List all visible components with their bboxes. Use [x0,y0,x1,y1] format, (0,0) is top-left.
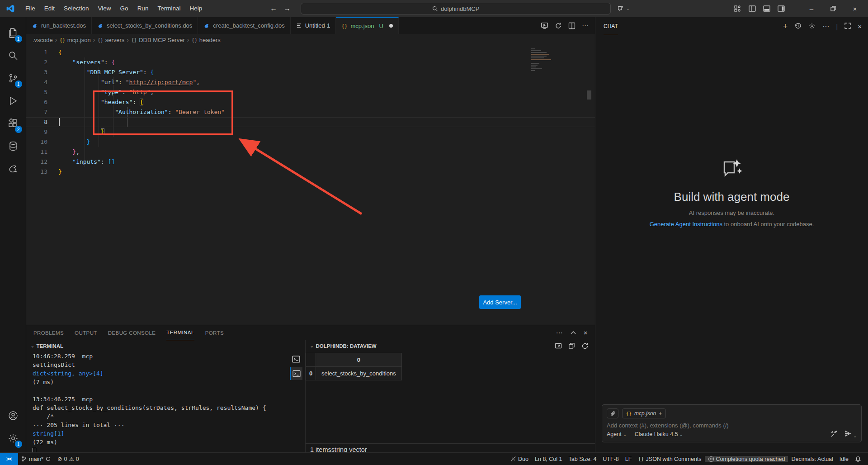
copy-restore-icon[interactable] [568,342,575,349]
panel-tab-output[interactable]: OUTPUT [75,326,97,340]
code-line-3[interactable]: 3 "DDB MCP Server": { [26,67,595,77]
panel-tab-ports[interactable]: PORTS [205,326,224,340]
breadcrumb-servers[interactable]: {}servers [97,37,124,43]
search-view-icon[interactable] [2,44,24,67]
toggle-primary-sidebar-icon[interactable] [749,5,756,12]
dolphindb-icon[interactable] [2,157,24,180]
more-actions-icon[interactable]: ⋯ [582,22,589,30]
customize-layout-icon[interactable] [734,5,741,12]
generate-agent-instructions-link[interactable]: Generate Agent Instructions [650,221,722,228]
explorer-icon[interactable]: 1 [2,22,24,44]
chat-more-icon[interactable]: ⋯ [822,22,829,30]
tab-size-item[interactable]: Tab Size: 4 [566,456,600,462]
sync-restart-icon[interactable] [555,22,562,29]
duo-item[interactable]: Duo [507,456,532,462]
dataview-col-header[interactable]: 0 [316,353,402,367]
panel-tab-problems[interactable]: PROBLEMS [33,326,64,340]
tab-run-backtest[interactable]: run_backtest.dos [26,17,92,34]
open-in-window-icon[interactable] [555,342,562,350]
tab-mcp-json[interactable]: {} mcp.json U [336,17,399,34]
menu-file[interactable]: File [21,0,40,17]
terminal-instance-icon-selected[interactable] [290,367,302,380]
copilot-quota-item[interactable]: Completions quota reached [705,456,788,462]
notifications-bell-icon[interactable] [852,456,864,462]
breadcrumb-mcp-json[interactable]: {}mcp.json [59,37,90,43]
toggle-secondary-sidebar-icon[interactable] [778,5,785,12]
refresh-icon[interactable] [581,342,589,350]
database-icon[interactable] [2,135,24,157]
terminal-instance-icon[interactable] [290,353,302,365]
modified-dot-icon[interactable] [389,24,393,28]
source-control-icon[interactable]: 1 [2,67,24,90]
remote-indicator[interactable]: >< [0,453,18,465]
minimize-button[interactable]: – [805,0,818,17]
chevron-down-icon[interactable]: ⌄ [310,344,314,348]
menu-terminal[interactable]: Terminal [153,0,185,17]
command-center-search[interactable]: dolphindbMCP [301,3,611,14]
encoding-item[interactable]: UTF-8 [599,456,622,462]
breadcrumb-ddb-mcp-server[interactable]: {}DDB MCP Server [131,37,185,43]
menu-view[interactable]: View [94,0,116,17]
menu-run[interactable]: Run [133,0,153,17]
extensions-icon[interactable]: 2 [2,112,24,135]
code-line-4[interactable]: 4 "url": "http://ip:port/mcp", [26,77,595,87]
nav-back-icon[interactable]: ← [270,5,277,13]
attach-context-button[interactable] [607,408,618,418]
menu-selection[interactable]: Selection [59,0,94,17]
code-line-1[interactable]: 1{ [26,47,595,57]
idle-item[interactable]: Idle [836,456,852,462]
code-line-12[interactable]: 12 "inputs": [] [26,157,595,167]
terminal-pane[interactable]: ⌄ TERMINAL 10:46:28.259 mcpsettingsDictd… [26,340,306,455]
tab-untitled-1[interactable]: Untitled-1 [291,17,336,34]
add-context-plus[interactable]: + [659,410,662,417]
tab-create-backtest-config[interactable]: create_backtest_config.dos [198,17,290,34]
close-button[interactable]: × [848,0,862,17]
eol-item[interactable]: LF [622,456,635,462]
menu-help[interactable]: Help [185,0,207,17]
chat-settings-gear-icon[interactable] [808,22,816,31]
new-chat-icon[interactable]: + [783,22,788,31]
cursor-position-item[interactable]: Ln 8, Col 1 [532,456,565,462]
table-row[interactable]: 0 select_stocks_by_conditions [306,367,402,380]
open-preview-icon[interactable] [541,22,548,29]
toggle-panel-icon[interactable] [763,5,770,12]
menu-go[interactable]: Go [116,0,133,17]
tab-select-stocks[interactable]: select_stocks_by_conditions.dos [92,17,198,34]
panel-tab-terminal[interactable]: TERMINAL [166,325,194,340]
dataview-table[interactable]: 0 0 select_stocks_by_conditions [306,353,402,380]
chat-input-box[interactable]: {} mcp.json + Add context (#), extension… [602,404,862,442]
chat-close-icon[interactable]: × [858,23,862,30]
minimap[interactable] [531,48,552,72]
accounts-icon[interactable] [2,404,24,427]
add-server-button[interactable]: Add Server... [479,295,521,309]
settings-gear-icon[interactable]: 1 [2,427,24,450]
run-debug-icon[interactable] [2,90,24,112]
context-chip-mcp-json[interactable]: {} mcp.json + [622,408,666,418]
panel-maximize-icon[interactable] [570,330,576,336]
decimals-item[interactable]: Decimals: Actual [788,456,836,462]
problems-item[interactable]: ⊘0 ⚠0 [54,453,82,465]
menu-edit[interactable]: Edit [40,0,59,17]
breadcrumb-headers[interactable]: {}headers [192,37,221,43]
editor-scrollbar[interactable] [587,90,591,100]
panel-close-icon[interactable]: × [584,329,588,337]
chat-input-placeholder[interactable]: Add context (#), extensions (@), command… [607,422,857,429]
chevron-down-icon[interactable]: ⌄ [31,344,34,348]
language-mode-item[interactable]: {̇} JSON with Comments [635,456,704,462]
code-line-11[interactable]: 11 }, [26,147,595,157]
split-editor-icon[interactable] [568,22,576,29]
code-line-10[interactable]: 10 } [26,137,595,147]
chat-expand-icon[interactable] [844,23,851,30]
chat-tab[interactable]: CHAT [604,18,618,35]
nav-forward-icon[interactable]: → [283,5,291,13]
tools-icon[interactable] [830,430,838,439]
copilot-menu-button[interactable]: ⌄ [617,5,630,13]
dataview-cell[interactable]: select_stocks_by_conditions [316,367,402,380]
send-button[interactable]: ⌄ [844,430,857,439]
agent-mode-picker[interactable]: Agent ⌄ [607,431,627,437]
panel-tab-debug-console[interactable]: DEBUG CONSOLE [108,326,156,340]
git-branch-item[interactable]: main* [18,453,54,465]
code-line-13[interactable]: 13} [26,167,595,177]
restore-button[interactable] [826,0,840,17]
code-editor[interactable]: 1{2 "servers": {3 "DDB MCP Server": {4 "… [26,46,595,325]
